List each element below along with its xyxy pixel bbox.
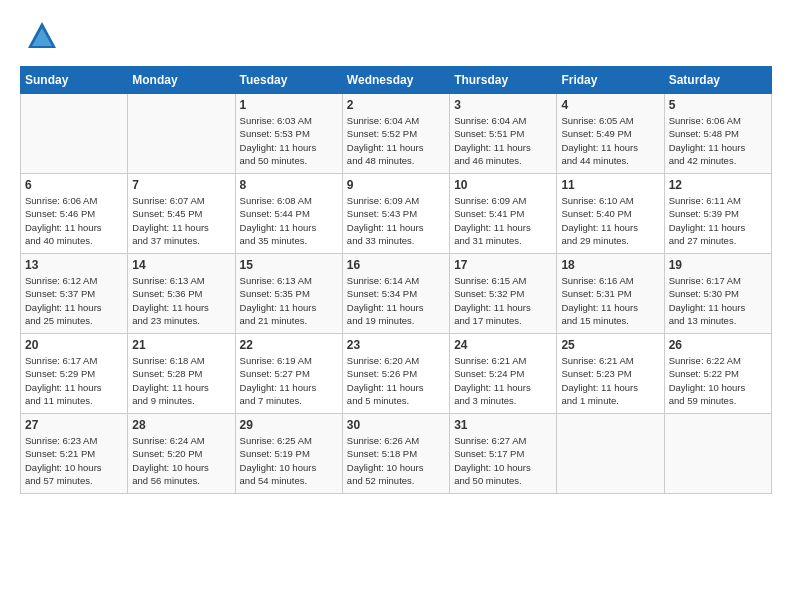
day-info: Sunrise: 6:04 AM Sunset: 5:51 PM Dayligh… — [454, 114, 552, 167]
day-number: 16 — [347, 258, 445, 272]
day-number: 15 — [240, 258, 338, 272]
day-info: Sunrise: 6:17 AM Sunset: 5:29 PM Dayligh… — [25, 354, 123, 407]
day-number: 23 — [347, 338, 445, 352]
calendar-cell: 25Sunrise: 6:21 AM Sunset: 5:23 PM Dayli… — [557, 334, 664, 414]
weekday-header-sunday: Sunday — [21, 67, 128, 94]
weekday-header-wednesday: Wednesday — [342, 67, 449, 94]
weekday-header-monday: Monday — [128, 67, 235, 94]
calendar-cell: 18Sunrise: 6:16 AM Sunset: 5:31 PM Dayli… — [557, 254, 664, 334]
calendar-cell: 22Sunrise: 6:19 AM Sunset: 5:27 PM Dayli… — [235, 334, 342, 414]
calendar-cell: 17Sunrise: 6:15 AM Sunset: 5:32 PM Dayli… — [450, 254, 557, 334]
calendar-cell: 2Sunrise: 6:04 AM Sunset: 5:52 PM Daylig… — [342, 94, 449, 174]
day-number: 9 — [347, 178, 445, 192]
day-info: Sunrise: 6:07 AM Sunset: 5:45 PM Dayligh… — [132, 194, 230, 247]
day-number: 28 — [132, 418, 230, 432]
day-number: 22 — [240, 338, 338, 352]
day-number: 10 — [454, 178, 552, 192]
calendar-cell: 5Sunrise: 6:06 AM Sunset: 5:48 PM Daylig… — [664, 94, 771, 174]
day-info: Sunrise: 6:09 AM Sunset: 5:41 PM Dayligh… — [454, 194, 552, 247]
day-info: Sunrise: 6:06 AM Sunset: 5:46 PM Dayligh… — [25, 194, 123, 247]
day-info: Sunrise: 6:13 AM Sunset: 5:35 PM Dayligh… — [240, 274, 338, 327]
day-number: 4 — [561, 98, 659, 112]
calendar-cell — [557, 414, 664, 494]
calendar-cell: 9Sunrise: 6:09 AM Sunset: 5:43 PM Daylig… — [342, 174, 449, 254]
day-number: 8 — [240, 178, 338, 192]
day-number: 11 — [561, 178, 659, 192]
calendar-header-row: SundayMondayTuesdayWednesdayThursdayFrid… — [21, 67, 772, 94]
day-number: 7 — [132, 178, 230, 192]
calendar-cell: 21Sunrise: 6:18 AM Sunset: 5:28 PM Dayli… — [128, 334, 235, 414]
day-number: 19 — [669, 258, 767, 272]
day-info: Sunrise: 6:20 AM Sunset: 5:26 PM Dayligh… — [347, 354, 445, 407]
day-number: 25 — [561, 338, 659, 352]
calendar-cell: 29Sunrise: 6:25 AM Sunset: 5:19 PM Dayli… — [235, 414, 342, 494]
day-number: 20 — [25, 338, 123, 352]
day-info: Sunrise: 6:23 AM Sunset: 5:21 PM Dayligh… — [25, 434, 123, 487]
logo-icon — [26, 20, 58, 56]
weekday-header-tuesday: Tuesday — [235, 67, 342, 94]
calendar-cell: 6Sunrise: 6:06 AM Sunset: 5:46 PM Daylig… — [21, 174, 128, 254]
calendar-cell: 4Sunrise: 6:05 AM Sunset: 5:49 PM Daylig… — [557, 94, 664, 174]
calendar-cell: 26Sunrise: 6:22 AM Sunset: 5:22 PM Dayli… — [664, 334, 771, 414]
day-info: Sunrise: 6:21 AM Sunset: 5:23 PM Dayligh… — [561, 354, 659, 407]
day-info: Sunrise: 6:27 AM Sunset: 5:17 PM Dayligh… — [454, 434, 552, 487]
day-info: Sunrise: 6:13 AM Sunset: 5:36 PM Dayligh… — [132, 274, 230, 327]
day-info: Sunrise: 6:09 AM Sunset: 5:43 PM Dayligh… — [347, 194, 445, 247]
day-number: 24 — [454, 338, 552, 352]
day-info: Sunrise: 6:24 AM Sunset: 5:20 PM Dayligh… — [132, 434, 230, 487]
day-number: 29 — [240, 418, 338, 432]
calendar-cell: 1Sunrise: 6:03 AM Sunset: 5:53 PM Daylig… — [235, 94, 342, 174]
calendar-cell: 8Sunrise: 6:08 AM Sunset: 5:44 PM Daylig… — [235, 174, 342, 254]
day-number: 21 — [132, 338, 230, 352]
day-number: 12 — [669, 178, 767, 192]
day-number: 26 — [669, 338, 767, 352]
calendar-week-row: 6Sunrise: 6:06 AM Sunset: 5:46 PM Daylig… — [21, 174, 772, 254]
day-number: 14 — [132, 258, 230, 272]
calendar-cell: 31Sunrise: 6:27 AM Sunset: 5:17 PM Dayli… — [450, 414, 557, 494]
day-info: Sunrise: 6:21 AM Sunset: 5:24 PM Dayligh… — [454, 354, 552, 407]
calendar-cell: 10Sunrise: 6:09 AM Sunset: 5:41 PM Dayli… — [450, 174, 557, 254]
day-number: 1 — [240, 98, 338, 112]
day-info: Sunrise: 6:17 AM Sunset: 5:30 PM Dayligh… — [669, 274, 767, 327]
day-info: Sunrise: 6:16 AM Sunset: 5:31 PM Dayligh… — [561, 274, 659, 327]
calendar-cell: 3Sunrise: 6:04 AM Sunset: 5:51 PM Daylig… — [450, 94, 557, 174]
calendar-week-row: 27Sunrise: 6:23 AM Sunset: 5:21 PM Dayli… — [21, 414, 772, 494]
calendar-cell: 20Sunrise: 6:17 AM Sunset: 5:29 PM Dayli… — [21, 334, 128, 414]
calendar-cell — [664, 414, 771, 494]
calendar-cell: 13Sunrise: 6:12 AM Sunset: 5:37 PM Dayli… — [21, 254, 128, 334]
weekday-header-thursday: Thursday — [450, 67, 557, 94]
calendar-cell: 19Sunrise: 6:17 AM Sunset: 5:30 PM Dayli… — [664, 254, 771, 334]
weekday-header-friday: Friday — [557, 67, 664, 94]
day-info: Sunrise: 6:15 AM Sunset: 5:32 PM Dayligh… — [454, 274, 552, 327]
day-number: 3 — [454, 98, 552, 112]
calendar-cell: 14Sunrise: 6:13 AM Sunset: 5:36 PM Dayli… — [128, 254, 235, 334]
day-info: Sunrise: 6:18 AM Sunset: 5:28 PM Dayligh… — [132, 354, 230, 407]
calendar-cell: 16Sunrise: 6:14 AM Sunset: 5:34 PM Dayli… — [342, 254, 449, 334]
day-number: 6 — [25, 178, 123, 192]
logo — [20, 20, 58, 56]
day-number: 2 — [347, 98, 445, 112]
calendar-cell: 11Sunrise: 6:10 AM Sunset: 5:40 PM Dayli… — [557, 174, 664, 254]
day-info: Sunrise: 6:05 AM Sunset: 5:49 PM Dayligh… — [561, 114, 659, 167]
calendar-cell: 23Sunrise: 6:20 AM Sunset: 5:26 PM Dayli… — [342, 334, 449, 414]
calendar-cell: 12Sunrise: 6:11 AM Sunset: 5:39 PM Dayli… — [664, 174, 771, 254]
calendar-week-row: 13Sunrise: 6:12 AM Sunset: 5:37 PM Dayli… — [21, 254, 772, 334]
day-info: Sunrise: 6:25 AM Sunset: 5:19 PM Dayligh… — [240, 434, 338, 487]
calendar-cell: 27Sunrise: 6:23 AM Sunset: 5:21 PM Dayli… — [21, 414, 128, 494]
calendar-cell: 24Sunrise: 6:21 AM Sunset: 5:24 PM Dayli… — [450, 334, 557, 414]
day-info: Sunrise: 6:04 AM Sunset: 5:52 PM Dayligh… — [347, 114, 445, 167]
day-info: Sunrise: 6:19 AM Sunset: 5:27 PM Dayligh… — [240, 354, 338, 407]
day-info: Sunrise: 6:22 AM Sunset: 5:22 PM Dayligh… — [669, 354, 767, 407]
day-number: 30 — [347, 418, 445, 432]
day-number: 31 — [454, 418, 552, 432]
day-info: Sunrise: 6:06 AM Sunset: 5:48 PM Dayligh… — [669, 114, 767, 167]
calendar-cell: 15Sunrise: 6:13 AM Sunset: 5:35 PM Dayli… — [235, 254, 342, 334]
calendar-cell: 30Sunrise: 6:26 AM Sunset: 5:18 PM Dayli… — [342, 414, 449, 494]
day-number: 5 — [669, 98, 767, 112]
day-info: Sunrise: 6:11 AM Sunset: 5:39 PM Dayligh… — [669, 194, 767, 247]
weekday-header-saturday: Saturday — [664, 67, 771, 94]
calendar-cell: 7Sunrise: 6:07 AM Sunset: 5:45 PM Daylig… — [128, 174, 235, 254]
day-info: Sunrise: 6:26 AM Sunset: 5:18 PM Dayligh… — [347, 434, 445, 487]
day-info: Sunrise: 6:12 AM Sunset: 5:37 PM Dayligh… — [25, 274, 123, 327]
day-number: 13 — [25, 258, 123, 272]
